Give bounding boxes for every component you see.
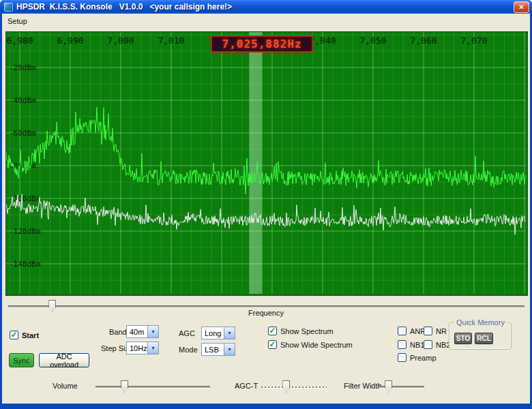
agc-t-slider-thumb[interactable] bbox=[282, 380, 290, 393]
show-wide-spectrum-label: Show Wide Spectrum bbox=[280, 341, 353, 349]
spectrum-display[interactable]: 6,9806,9907,0007,0107,0407,0507,0607,070… bbox=[5, 31, 528, 296]
checkbox-box: ✓ bbox=[398, 340, 407, 349]
mode-select[interactable]: LSB ▼ bbox=[201, 343, 235, 356]
dbm-tick-label: -60dBm bbox=[9, 129, 36, 138]
agc-t-label: AGC-T bbox=[235, 382, 258, 390]
rcl-button[interactable]: RCL bbox=[475, 333, 493, 344]
agc-label: AGC bbox=[179, 329, 195, 337]
freq-tick-label: 7,010 bbox=[158, 35, 184, 46]
anf-checkbox[interactable]: ✓ ANF bbox=[398, 327, 425, 335]
menu-setup[interactable]: Setup bbox=[2, 15, 33, 27]
step-size-select[interactable]: 10Hz ▼ bbox=[126, 342, 159, 354]
frequency-readout: 7,025,882Hz bbox=[211, 35, 313, 52]
checkbox-box: ✓ bbox=[398, 327, 407, 335]
band-select-value: 40m bbox=[127, 328, 147, 336]
step-size-select-value: 10Hz bbox=[127, 344, 147, 352]
close-icon: ✕ bbox=[518, 3, 524, 11]
filter-width-label: Filter Width bbox=[344, 382, 382, 390]
preamp-checkbox[interactable]: ✓ Preamp bbox=[398, 353, 437, 362]
nr-label: NR bbox=[436, 327, 447, 335]
sto-button[interactable]: STO bbox=[454, 333, 472, 344]
preamp-label: Preamp bbox=[410, 354, 437, 362]
title-bar[interactable]: HPSDR K.I.S.S. Konsole V1.0.0 <your call… bbox=[0, 0, 532, 14]
chevron-down-icon: ▼ bbox=[224, 344, 235, 355]
nb1-checkbox[interactable]: ✓ NB1 bbox=[398, 340, 424, 349]
anf-label: ANF bbox=[410, 327, 425, 335]
mode-label: Mode bbox=[179, 346, 198, 354]
volume-slider[interactable] bbox=[95, 380, 210, 393]
checkbox-box: ✓ bbox=[398, 353, 407, 362]
adc-overload-button[interactable]: ADC overload bbox=[39, 353, 89, 367]
volume-slider-track bbox=[95, 386, 210, 389]
mode-select-value: LSB bbox=[202, 346, 224, 354]
band-select[interactable]: 40m ▼ bbox=[126, 325, 159, 338]
chevron-down-icon: ▼ bbox=[147, 342, 158, 354]
freq-tick-label: 7,000 bbox=[107, 35, 134, 46]
show-spectrum-checkbox[interactable]: ✓ Show Spectrum bbox=[268, 327, 334, 335]
freq-tick-label: 6,990 bbox=[57, 35, 83, 46]
band-label: Band bbox=[109, 328, 127, 336]
filter-width-slider[interactable] bbox=[379, 380, 424, 393]
start-checkbox-label: Start bbox=[22, 331, 39, 339]
sync-button[interactable]: Sync bbox=[9, 353, 34, 367]
freq-tick-label: 7,050 bbox=[359, 35, 386, 46]
menu-bar: Setup bbox=[2, 14, 530, 29]
agc-t-slider[interactable] bbox=[261, 380, 327, 393]
dbm-tick-label: -120dBm bbox=[9, 227, 41, 236]
show-spectrum-label: Show Spectrum bbox=[280, 327, 334, 335]
freq-tick-label: 7,040 bbox=[309, 35, 336, 46]
nr-checkbox[interactable]: ✓ NR bbox=[424, 327, 447, 335]
tuned-frequency-marker[interactable] bbox=[249, 32, 262, 294]
dbm-tick-label: -40dBm bbox=[9, 96, 36, 105]
agc-select-value: Long bbox=[202, 329, 224, 337]
checkbox-box: ✓ bbox=[424, 340, 432, 349]
dbm-tick-label: -100dBm bbox=[9, 194, 41, 203]
nb1-label: NB1 bbox=[410, 341, 424, 349]
window-title: HPSDR K.I.S.S. Konsole V1.0.0 <your call… bbox=[16, 0, 514, 14]
agc-select[interactable]: Long ▼ bbox=[201, 327, 235, 339]
dbm-tick-label: -140dBm bbox=[9, 260, 41, 269]
app-icon bbox=[4, 3, 13, 12]
filter-width-slider-thumb[interactable] bbox=[385, 380, 392, 393]
chevron-down-icon: ▼ bbox=[147, 326, 158, 337]
frequency-slider-label: Frequency bbox=[0, 309, 532, 317]
nb2-checkbox[interactable]: ✓ NB2 bbox=[424, 340, 450, 349]
checkbox-box: ✓ bbox=[424, 327, 432, 335]
chevron-down-icon: ▼ bbox=[224, 327, 235, 339]
freq-tick-label: 6,980 bbox=[6, 35, 33, 46]
checkbox-box: ✓ bbox=[10, 331, 18, 339]
freq-tick-label: 7,070 bbox=[460, 35, 487, 46]
start-checkbox[interactable]: ✓ Start bbox=[10, 331, 39, 339]
dbm-tick-label: -20dBm bbox=[9, 63, 36, 72]
app-window: HPSDR K.I.S.S. Konsole V1.0.0 <your call… bbox=[0, 0, 532, 409]
volume-label: Volume bbox=[53, 382, 78, 390]
checkbox-box: ✓ bbox=[268, 340, 277, 349]
show-wide-spectrum-checkbox[interactable]: ✓ Show Wide Spectrum bbox=[268, 340, 353, 349]
volume-slider-thumb[interactable] bbox=[121, 380, 128, 393]
frequency-slider-track bbox=[8, 305, 524, 308]
close-button[interactable]: ✕ bbox=[514, 1, 529, 13]
agc-t-slider-track bbox=[261, 387, 327, 389]
checkbox-box: ✓ bbox=[268, 327, 277, 335]
spectrum-background bbox=[6, 32, 526, 294]
quick-memory-label: Quick Memory bbox=[454, 318, 507, 327]
freq-tick-label: 7,060 bbox=[410, 35, 437, 46]
spectrum-canvas[interactable]: 6,9806,9907,0007,0107,0407,0507,0607,070… bbox=[6, 32, 526, 294]
